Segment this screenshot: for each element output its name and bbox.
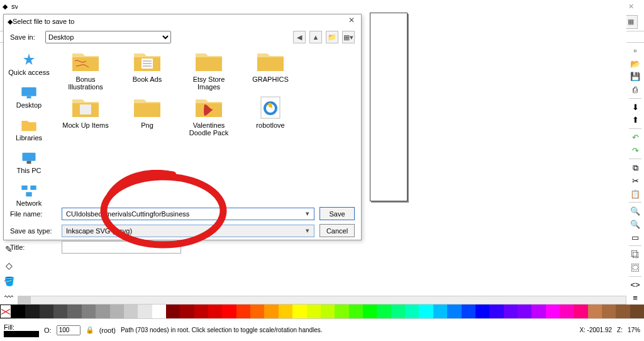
file-browser[interactable]: Bonus Illustrations Book Ads Etsy Store … bbox=[54, 46, 361, 203]
swatch[interactable] bbox=[335, 305, 348, 318]
swatch[interactable] bbox=[419, 305, 433, 318]
place-network[interactable]: Network bbox=[4, 181, 54, 210]
swatch[interactable] bbox=[292, 305, 306, 318]
folder-item[interactable]: Mock Up Items bbox=[60, 96, 111, 137]
swatch[interactable] bbox=[124, 305, 138, 318]
swatch[interactable] bbox=[11, 305, 25, 318]
swatch[interactable] bbox=[447, 305, 461, 318]
dialog-close-button[interactable]: ✕ bbox=[346, 16, 357, 27]
place-desktop[interactable]: Desktop bbox=[4, 82, 54, 111]
copy-icon[interactable]: ⧉ bbox=[629, 162, 641, 173]
up-icon[interactable]: ▲ bbox=[309, 31, 322, 43]
scrollbar-thumb[interactable] bbox=[18, 296, 31, 304]
swatch[interactable] bbox=[96, 305, 109, 318]
swatch[interactable] bbox=[349, 305, 363, 318]
swatch[interactable] bbox=[307, 305, 321, 318]
swatch[interactable] bbox=[110, 305, 124, 318]
swatch[interactable] bbox=[504, 305, 518, 318]
swatch[interactable] bbox=[194, 305, 208, 318]
zoom-sel-icon[interactable]: 🔍 bbox=[629, 206, 641, 216]
title-label: Title: bbox=[10, 243, 57, 251]
scrollbar-horizontal[interactable] bbox=[18, 296, 626, 305]
swatch[interactable] bbox=[250, 305, 264, 318]
save-icon[interactable]: 💾 bbox=[629, 71, 641, 82]
swatch[interactable] bbox=[166, 305, 180, 318]
swatch[interactable] bbox=[264, 305, 278, 318]
folder-item[interactable]: Bonus Illustrations bbox=[60, 50, 111, 91]
swatch[interactable] bbox=[588, 305, 602, 318]
swatch[interactable] bbox=[208, 305, 222, 318]
layer-indicator[interactable]: (root) bbox=[99, 327, 116, 334]
paste-icon[interactable]: 📋 bbox=[629, 189, 641, 199]
back-icon[interactable]: ◀ bbox=[293, 31, 306, 43]
folder-item[interactable]: Valentines Doodle Pack bbox=[184, 96, 234, 137]
folder-item[interactable]: Book Ads bbox=[122, 50, 172, 91]
undo-icon[interactable]: ↶ bbox=[629, 132, 641, 143]
swatch[interactable] bbox=[405, 305, 419, 318]
swatch[interactable] bbox=[180, 305, 194, 318]
swatch[interactable] bbox=[25, 305, 39, 318]
save-type-select[interactable]: Inkscape SVG (*.svg) ▾ bbox=[62, 225, 314, 237]
paintbucket-tool-icon[interactable]: 🪣 bbox=[3, 275, 15, 287]
folder-item[interactable]: GRAPHICS bbox=[245, 50, 296, 91]
new-doc-icon[interactable]: ▫ bbox=[629, 45, 641, 56]
swatch[interactable] bbox=[222, 305, 236, 318]
cut-icon[interactable]: ✂ bbox=[629, 176, 641, 186]
cancel-button[interactable]: Cancel bbox=[319, 224, 355, 237]
swatch[interactable] bbox=[546, 305, 560, 318]
path-tool-icon[interactable]: 〰 bbox=[3, 291, 15, 303]
place-libraries[interactable]: Libraries bbox=[4, 115, 54, 144]
swatch[interactable] bbox=[138, 305, 152, 318]
swatch[interactable] bbox=[152, 305, 166, 318]
swatch[interactable] bbox=[531, 305, 545, 318]
import-icon[interactable]: ⬇ bbox=[629, 102, 641, 113]
swatch[interactable] bbox=[391, 305, 405, 318]
swatch[interactable] bbox=[433, 305, 447, 318]
save-button[interactable]: Save bbox=[319, 207, 355, 220]
chevron-down-icon[interactable]: ▾ bbox=[303, 210, 312, 218]
export-icon[interactable]: ⬆ bbox=[629, 115, 641, 125]
duplicate-icon[interactable]: ⿻ bbox=[629, 249, 641, 260]
new-folder-icon[interactable]: 📁 bbox=[326, 31, 338, 43]
swatch[interactable] bbox=[462, 305, 475, 318]
swatch-none[interactable] bbox=[0, 305, 11, 318]
place-this-pc[interactable]: This PC bbox=[4, 148, 54, 177]
place-quick-access[interactable]: Quick access bbox=[4, 50, 54, 79]
redo-icon[interactable]: ↷ bbox=[629, 145, 641, 156]
swatch[interactable] bbox=[40, 305, 53, 318]
opacity-input[interactable] bbox=[57, 325, 80, 335]
swatch[interactable] bbox=[377, 305, 391, 318]
swatch[interactable] bbox=[489, 305, 503, 318]
chevron-down-icon[interactable]: ▾ bbox=[303, 226, 312, 235]
swatch[interactable] bbox=[321, 305, 335, 318]
fill-indicator[interactable]: Fill: bbox=[4, 323, 39, 337]
swatch[interactable] bbox=[518, 305, 531, 318]
file-name-input[interactable]: CUIdolsbecomerivalsCuttingforBusiness ▾ bbox=[62, 208, 314, 220]
folder-item[interactable]: Png bbox=[122, 96, 172, 137]
swatch[interactable] bbox=[602, 305, 616, 318]
swatch[interactable] bbox=[236, 305, 250, 318]
view-menu-icon[interactable]: ▦▾ bbox=[342, 31, 355, 43]
zoom-draw-icon[interactable]: 🔍 bbox=[629, 219, 641, 230]
swatch[interactable] bbox=[53, 305, 67, 318]
zoom-value[interactable]: 17% bbox=[628, 327, 640, 333]
swatch[interactable] bbox=[82, 305, 96, 318]
title-input[interactable] bbox=[62, 241, 181, 254]
open-icon[interactable]: 📂 bbox=[629, 59, 641, 69]
swatch[interactable] bbox=[574, 305, 587, 318]
clone-icon[interactable]: ⿴ bbox=[629, 262, 641, 273]
print-icon[interactable]: ⎙ bbox=[629, 84, 641, 95]
xml-icon[interactable]: <> bbox=[629, 280, 641, 291]
swatch[interactable] bbox=[67, 305, 81, 318]
swatch[interactable] bbox=[363, 305, 377, 318]
swatch[interactable] bbox=[616, 305, 630, 318]
swatch[interactable] bbox=[475, 305, 489, 318]
file-item[interactable]: robotlove bbox=[245, 96, 296, 137]
align-icon[interactable]: ≡ bbox=[629, 293, 641, 303]
folder-item[interactable]: Etsy Store Images bbox=[184, 50, 234, 91]
save-in-select[interactable]: Desktop bbox=[45, 31, 171, 43]
swatch[interactable] bbox=[630, 305, 644, 318]
swatch[interactable] bbox=[279, 305, 292, 318]
zoom-page-icon[interactable]: ▭ bbox=[629, 232, 641, 243]
swatch[interactable] bbox=[560, 305, 574, 318]
